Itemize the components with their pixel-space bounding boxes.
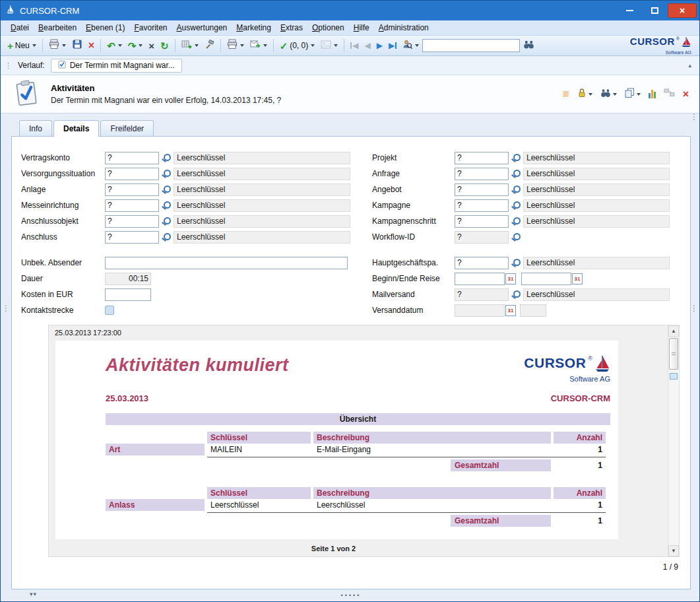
vertragskonto-input[interactable] (105, 152, 159, 164)
anfrage-input[interactable] (455, 168, 509, 180)
angebot-input[interactable] (455, 184, 509, 196)
lock-button[interactable] (576, 86, 594, 102)
tab-details[interactable]: Details (53, 120, 99, 137)
menu-ebenen[interactable]: Ebenen (1) (81, 21, 129, 34)
toolbar-separator (175, 39, 175, 52)
tools-button[interactable] (202, 38, 217, 53)
image-button[interactable] (318, 38, 340, 53)
menu-auswertungen[interactable]: Auswertungen (172, 21, 232, 34)
lookup-search-icon[interactable] (161, 153, 171, 163)
messeinrichtung-input[interactable] (105, 199, 159, 212)
kontaktstrecke-checkbox[interactable] (105, 306, 114, 315)
menu-extras[interactable]: Extras (276, 21, 307, 34)
nav-next-button[interactable]: ▶ (374, 38, 385, 53)
kampagnenschritt-input[interactable] (455, 215, 509, 228)
nav-previous-button[interactable]: ◀ (362, 38, 373, 53)
back-button[interactable]: ↶ (104, 38, 125, 53)
menu-bearbeiten[interactable]: Bearbeiten (34, 21, 81, 34)
print-report-button[interactable] (224, 38, 247, 53)
left-splitter-grip[interactable]: ⋮ (2, 306, 10, 312)
forward-button[interactable]: ↷ (125, 38, 146, 53)
relations-button[interactable] (662, 86, 676, 102)
versorgungssituation-input[interactable] (105, 168, 159, 180)
add-dataset-button[interactable] (179, 38, 201, 53)
tab-freifelder[interactable]: Freifelder (100, 120, 154, 136)
collapse-chevrons-icon[interactable]: ▾▾ (30, 591, 37, 597)
messeinrichtung-label: Messeinrichtung (21, 201, 105, 210)
binoculars-icon (600, 88, 611, 100)
report-key-value: Leerschlüssel (207, 499, 311, 511)
brand-logo: CURSOR ® Software AG (630, 36, 695, 55)
anlage-input[interactable] (105, 184, 159, 196)
scrollbar-thumb[interactable] (669, 338, 678, 370)
lookup-search-icon[interactable] (511, 169, 521, 179)
kosten-input[interactable] (105, 288, 151, 301)
calendar-icon[interactable]: 31 (572, 273, 583, 284)
projekt-input[interactable] (455, 152, 509, 164)
kampagne-input[interactable] (455, 199, 509, 212)
reise-end-input[interactable] (521, 273, 571, 285)
report-count-value: 1 (554, 444, 606, 455)
lookup-search-icon[interactable] (511, 153, 521, 163)
validation-button[interactable]: ✓ (0, 0) (277, 38, 318, 53)
menu-marketing[interactable]: Marketing (232, 21, 276, 34)
chart-button[interactable] (647, 88, 657, 100)
record-search-button[interactable] (599, 87, 618, 102)
refresh-button[interactable]: ↻ (158, 38, 172, 53)
calendar-icon[interactable]: 31 (505, 305, 516, 316)
anschlussobjekt-input[interactable] (105, 215, 159, 228)
anschluss-input[interactable] (105, 231, 159, 244)
lookup-search-icon[interactable] (511, 217, 521, 226)
person-search-button[interactable] (400, 38, 422, 53)
lookup-search-icon[interactable] (161, 217, 171, 226)
close-button[interactable]: × (668, 3, 697, 18)
minimize-button[interactable] (618, 3, 641, 18)
menu-datei[interactable]: Datei (6, 21, 34, 34)
maximize-button[interactable] (643, 3, 666, 18)
calendar-icon[interactable]: 31 (505, 273, 516, 284)
close-record-button[interactable]: × (682, 88, 690, 101)
unbek-absender-input[interactable] (105, 257, 348, 269)
lookup-search-icon[interactable] (511, 232, 521, 242)
kampagne-desc (523, 199, 670, 212)
drag-grip-icon[interactable]: ⋮ (5, 63, 12, 68)
right-splitter-grip-lower[interactable]: ⋮ (690, 306, 698, 312)
menu-optionen[interactable]: Optionen (307, 21, 349, 34)
lookup-search-icon[interactable] (161, 201, 171, 211)
save-button[interactable] (69, 38, 85, 53)
report-key-value: MAILEIN (207, 444, 311, 455)
delete-button[interactable]: × (86, 38, 97, 53)
lookup-search-icon[interactable] (161, 232, 171, 242)
vertragskonto-desc (174, 152, 350, 164)
scroll-up-button[interactable]: ▲ (668, 325, 679, 337)
lookup-search-icon[interactable] (511, 258, 521, 268)
nav-first-button[interactable]: ◀ (348, 38, 361, 53)
hauptgeschaeftspartner-input[interactable] (455, 257, 509, 269)
new-button[interactable]: + Neu (5, 38, 39, 53)
lookup-search-icon[interactable] (511, 201, 521, 211)
menu-administration[interactable]: Administration (374, 21, 433, 34)
reise-start-input[interactable] (455, 273, 505, 285)
scroll-down-button[interactable]: ▼ (668, 545, 679, 556)
history-item[interactable]: Der Termin mit Magnani war... (51, 59, 182, 73)
collapse-history-button[interactable]: ▴ (685, 61, 694, 70)
quick-search-input[interactable] (422, 39, 520, 52)
bottom-splitter[interactable]: ▾▾ ••••• (11, 589, 691, 601)
tab-info[interactable]: Info (19, 120, 52, 136)
cancel-button[interactable]: × (146, 38, 157, 53)
menu-hilfe[interactable]: Hilfe (349, 21, 374, 34)
view-menu-button[interactable]: ≡ (561, 86, 571, 102)
lookup-search-icon[interactable] (511, 290, 521, 300)
report-scrollbar[interactable]: ▲ ▼ (668, 325, 679, 556)
export-button[interactable] (247, 38, 270, 53)
lookup-search-icon[interactable] (161, 169, 171, 179)
lookup-search-icon[interactable] (511, 185, 521, 195)
lookup-search-icon[interactable] (161, 185, 171, 195)
print-button[interactable] (46, 38, 69, 53)
search-button[interactable] (521, 38, 537, 53)
right-splitter-grip-upper[interactable]: ⋮ (690, 114, 698, 120)
nav-last-button[interactable]: ▶ (386, 38, 399, 53)
copy-record-button[interactable] (623, 86, 642, 102)
report-group-label: Art (106, 444, 205, 455)
menu-favoriten[interactable]: Favoriten (129, 21, 172, 34)
